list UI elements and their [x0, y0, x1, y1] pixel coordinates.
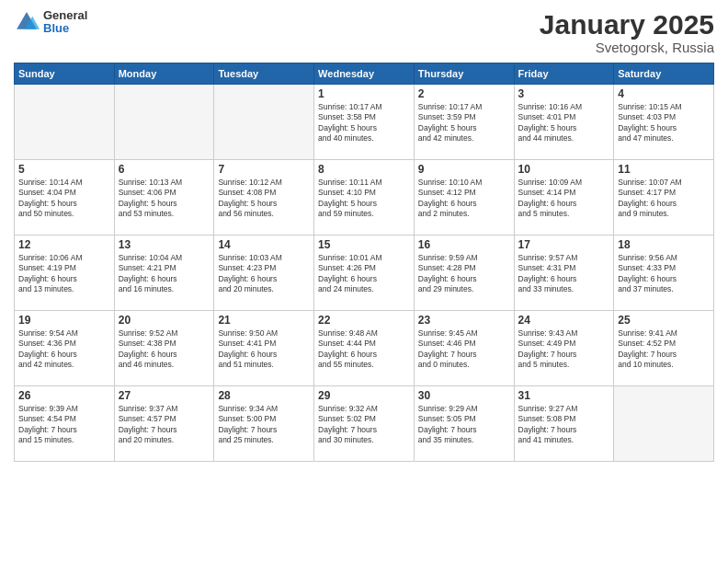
day-info: Sunrise: 10:06 AM Sunset: 4:19 PM Daylig… — [18, 253, 110, 295]
day-number: 26 — [18, 389, 110, 402]
month-title: January 2025 — [540, 9, 714, 40]
day-number: 1 — [318, 87, 410, 100]
day-info: Sunrise: 10:04 AM Sunset: 4:21 PM Daylig… — [119, 253, 210, 295]
calendar-cell: 7Sunrise: 10:12 AM Sunset: 4:08 PM Dayli… — [214, 160, 314, 236]
calendar-cell: 29Sunrise: 9:32 AM Sunset: 5:02 PM Dayli… — [314, 386, 415, 462]
calendar-cell: 17Sunrise: 9:57 AM Sunset: 4:31 PM Dayli… — [514, 236, 614, 311]
logo-general: General — [43, 9, 87, 22]
calendar-cell: 11Sunrise: 10:07 AM Sunset: 4:17 PM Dayl… — [614, 160, 714, 236]
calendar-cell: 16Sunrise: 9:59 AM Sunset: 4:28 PM Dayli… — [414, 236, 514, 311]
day-number: 18 — [618, 238, 710, 251]
calendar-cell: 1Sunrise: 10:17 AM Sunset: 3:58 PM Dayli… — [314, 85, 415, 160]
day-number: 21 — [218, 314, 310, 327]
col-friday: Friday — [514, 63, 614, 85]
calendar-cell: 4Sunrise: 10:15 AM Sunset: 4:03 PM Dayli… — [614, 85, 714, 160]
header-row: Sunday Monday Tuesday Wednesday Thursday… — [15, 63, 714, 85]
day-info: Sunrise: 9:34 AM Sunset: 5:00 PM Dayligh… — [218, 404, 310, 446]
day-number: 29 — [318, 389, 410, 402]
day-number: 24 — [518, 314, 610, 327]
logo-icon — [14, 9, 40, 35]
day-info: Sunrise: 9:27 AM Sunset: 5:08 PM Dayligh… — [518, 404, 610, 446]
col-tuesday: Tuesday — [214, 63, 314, 85]
day-info: Sunrise: 10:01 AM Sunset: 4:26 PM Daylig… — [318, 253, 410, 295]
calendar-cell: 30Sunrise: 9:29 AM Sunset: 5:05 PM Dayli… — [414, 386, 514, 462]
day-info: Sunrise: 9:29 AM Sunset: 5:05 PM Dayligh… — [418, 404, 510, 446]
calendar-cell: 5Sunrise: 10:14 AM Sunset: 4:04 PM Dayli… — [15, 160, 115, 236]
day-info: Sunrise: 9:39 AM Sunset: 4:54 PM Dayligh… — [18, 404, 110, 446]
day-number: 19 — [18, 314, 110, 327]
day-number: 8 — [318, 163, 410, 176]
col-thursday: Thursday — [414, 63, 514, 85]
day-info: Sunrise: 9:37 AM Sunset: 4:57 PM Dayligh… — [119, 404, 210, 446]
calendar-cell: 13Sunrise: 10:04 AM Sunset: 4:21 PM Dayl… — [114, 236, 214, 311]
col-monday: Monday — [114, 63, 214, 85]
day-number: 23 — [418, 314, 510, 327]
header: General Blue January 2025 Svetogorsk, Ru… — [14, 9, 714, 55]
day-info: Sunrise: 9:52 AM Sunset: 4:38 PM Dayligh… — [119, 328, 210, 371]
calendar-cell: 24Sunrise: 9:43 AM Sunset: 4:49 PM Dayli… — [514, 311, 614, 386]
col-sunday: Sunday — [15, 63, 115, 85]
col-saturday: Saturday — [614, 63, 714, 85]
calendar-cell: 9Sunrise: 10:10 AM Sunset: 4:12 PM Dayli… — [414, 160, 514, 236]
day-info: Sunrise: 10:14 AM Sunset: 4:04 PM Daylig… — [18, 178, 110, 220]
calendar-cell: 23Sunrise: 9:45 AM Sunset: 4:46 PM Dayli… — [414, 311, 514, 386]
day-info: Sunrise: 9:41 AM Sunset: 4:52 PM Dayligh… — [618, 328, 710, 371]
day-number: 2 — [418, 87, 510, 100]
calendar-header: Sunday Monday Tuesday Wednesday Thursday… — [15, 63, 714, 85]
calendar-week-1: 1Sunrise: 10:17 AM Sunset: 3:58 PM Dayli… — [15, 85, 714, 160]
calendar-cell: 6Sunrise: 10:13 AM Sunset: 4:06 PM Dayli… — [114, 160, 214, 236]
day-info: Sunrise: 9:32 AM Sunset: 5:02 PM Dayligh… — [318, 404, 410, 446]
day-number: 12 — [18, 238, 110, 251]
day-number: 25 — [618, 314, 710, 327]
calendar-cell: 15Sunrise: 10:01 AM Sunset: 4:26 PM Dayl… — [314, 236, 415, 311]
calendar-cell — [15, 85, 115, 160]
logo: General Blue — [14, 9, 87, 36]
day-info: Sunrise: 10:16 AM Sunset: 4:01 PM Daylig… — [518, 102, 610, 144]
day-number: 11 — [618, 163, 710, 176]
day-info: Sunrise: 10:17 AM Sunset: 3:59 PM Daylig… — [418, 102, 510, 144]
calendar-cell: 2Sunrise: 10:17 AM Sunset: 3:59 PM Dayli… — [414, 85, 514, 160]
calendar-cell: 28Sunrise: 9:34 AM Sunset: 5:00 PM Dayli… — [214, 386, 314, 462]
day-number: 3 — [518, 87, 610, 100]
calendar-cell: 22Sunrise: 9:48 AM Sunset: 4:44 PM Dayli… — [314, 311, 415, 386]
day-number: 4 — [618, 87, 710, 100]
day-number: 15 — [318, 238, 410, 251]
col-wednesday: Wednesday — [314, 63, 415, 85]
day-info: Sunrise: 10:12 AM Sunset: 4:08 PM Daylig… — [218, 178, 310, 220]
calendar-cell: 31Sunrise: 9:27 AM Sunset: 5:08 PM Dayli… — [514, 386, 614, 462]
calendar-week-5: 26Sunrise: 9:39 AM Sunset: 4:54 PM Dayli… — [15, 386, 714, 462]
day-info: Sunrise: 9:57 AM Sunset: 4:31 PM Dayligh… — [518, 253, 610, 295]
day-info: Sunrise: 10:13 AM Sunset: 4:06 PM Daylig… — [119, 178, 210, 220]
day-info: Sunrise: 9:48 AM Sunset: 4:44 PM Dayligh… — [318, 328, 410, 371]
day-info: Sunrise: 10:10 AM Sunset: 4:12 PM Daylig… — [418, 178, 510, 220]
calendar-cell: 14Sunrise: 10:03 AM Sunset: 4:23 PM Dayl… — [214, 236, 314, 311]
day-info: Sunrise: 10:11 AM Sunset: 4:10 PM Daylig… — [318, 178, 410, 220]
day-number: 10 — [518, 163, 610, 176]
calendar-cell: 19Sunrise: 9:54 AM Sunset: 4:36 PM Dayli… — [15, 311, 115, 386]
day-number: 17 — [518, 238, 610, 251]
calendar-cell: 21Sunrise: 9:50 AM Sunset: 4:41 PM Dayli… — [214, 311, 314, 386]
calendar-cell: 20Sunrise: 9:52 AM Sunset: 4:38 PM Dayli… — [114, 311, 214, 386]
subtitle: Svetogorsk, Russia — [540, 40, 714, 55]
day-info: Sunrise: 10:17 AM Sunset: 3:58 PM Daylig… — [318, 102, 410, 144]
day-number: 14 — [218, 238, 310, 251]
day-number: 31 — [518, 389, 610, 402]
day-number: 9 — [418, 163, 510, 176]
day-info: Sunrise: 10:03 AM Sunset: 4:23 PM Daylig… — [218, 253, 310, 295]
day-number: 22 — [318, 314, 410, 327]
calendar-week-3: 12Sunrise: 10:06 AM Sunset: 4:19 PM Dayl… — [15, 236, 714, 311]
day-info: Sunrise: 9:43 AM Sunset: 4:49 PM Dayligh… — [518, 328, 610, 371]
day-info: Sunrise: 10:07 AM Sunset: 4:17 PM Daylig… — [618, 178, 710, 220]
day-info: Sunrise: 10:09 AM Sunset: 4:14 PM Daylig… — [518, 178, 610, 220]
calendar-cell — [114, 85, 214, 160]
calendar-cell: 27Sunrise: 9:37 AM Sunset: 4:57 PM Dayli… — [114, 386, 214, 462]
calendar-cell: 18Sunrise: 9:56 AM Sunset: 4:33 PM Dayli… — [614, 236, 714, 311]
day-info: Sunrise: 9:45 AM Sunset: 4:46 PM Dayligh… — [418, 328, 510, 371]
day-info: Sunrise: 10:15 AM Sunset: 4:03 PM Daylig… — [618, 102, 710, 144]
day-number: 7 — [218, 163, 310, 176]
calendar-week-4: 19Sunrise: 9:54 AM Sunset: 4:36 PM Dayli… — [15, 311, 714, 386]
day-info: Sunrise: 9:56 AM Sunset: 4:33 PM Dayligh… — [618, 253, 710, 295]
day-number: 6 — [119, 163, 210, 176]
calendar-cell: 3Sunrise: 10:16 AM Sunset: 4:01 PM Dayli… — [514, 85, 614, 160]
day-number: 27 — [119, 389, 210, 402]
